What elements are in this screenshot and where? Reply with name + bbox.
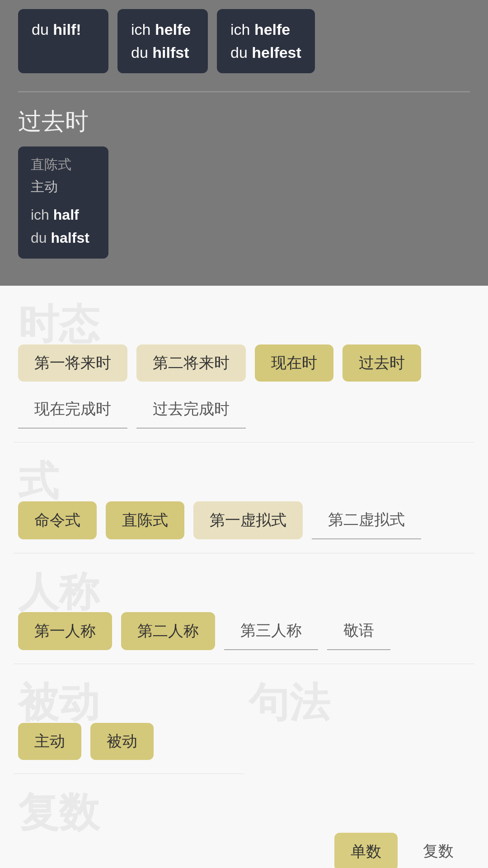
conj-card-2[interactable]: ich helfe du hilfst xyxy=(117,9,208,73)
conjugation-cards: du hilf! ich helfe du hilfst ich helfe d… xyxy=(18,9,470,73)
filter-panel: 时态 第一将来时 第二将来时 现在时 过去时 现在完成时 过去完成时 式 命令式… xyxy=(0,286,488,868)
voice-syntax-row: 被动 主动 被动 句法 xyxy=(14,664,474,774)
past-verb-2: halfst xyxy=(51,230,89,246)
conj-pronoun-1: du xyxy=(32,21,53,38)
past-pronoun-2: du xyxy=(31,230,51,246)
chip-future1[interactable]: 第一将来时 xyxy=(18,344,127,382)
chip-imperative[interactable]: 命令式 xyxy=(18,501,97,539)
chip-past[interactable]: 过去时 xyxy=(343,344,421,382)
chip-singular[interactable]: 单数 xyxy=(334,833,398,868)
conj-verb-2a: helfe xyxy=(155,21,191,38)
past-tense-title: 过去时 xyxy=(18,106,470,137)
past-verb-1: half xyxy=(53,207,79,223)
chip-first-person[interactable]: 第一人称 xyxy=(18,612,112,650)
conj-pronoun-2a: ich xyxy=(131,21,155,38)
mood-filter-section: 式 命令式 直陈式 第一虚拟式 第二虚拟式 xyxy=(14,443,474,553)
chip-plural[interactable]: 复数 xyxy=(407,833,470,868)
conj-card-1[interactable]: du hilf! xyxy=(18,9,108,73)
divider-1 xyxy=(18,91,470,92)
chip-active-voice[interactable]: 主动 xyxy=(18,723,81,760)
tense-chips: 第一将来时 第二将来时 现在时 过去时 现在完成时 过去完成时 xyxy=(14,335,474,433)
past-voice-label: 主动 xyxy=(31,178,96,196)
number-filter-section: 复数 单数 复数 xyxy=(14,774,474,868)
conj-verb-1: hilf! xyxy=(53,21,81,38)
conj-verb-3a: helfe xyxy=(254,21,290,38)
conj-verb-3b: helfest xyxy=(252,44,301,61)
conj-card-3[interactable]: ich helfe du helfest xyxy=(217,9,315,73)
chip-subjunctive2[interactable]: 第二虚拟式 xyxy=(312,501,421,539)
past-mood-label: 直陈式 xyxy=(31,156,96,174)
chip-past-perfect[interactable]: 过去完成时 xyxy=(136,391,246,429)
chip-third-person[interactable]: 第三人称 xyxy=(224,612,318,650)
syntax-filter-section: 句法 xyxy=(244,664,474,774)
person-filter-section: 人称 第一人称 第二人称 第三人称 敬语 xyxy=(14,553,474,664)
chip-present[interactable]: 现在时 xyxy=(255,344,333,382)
past-verb-line-1: ich half xyxy=(31,203,96,226)
conj-pronoun-3b: du xyxy=(230,44,252,61)
chip-indicative[interactable]: 直陈式 xyxy=(106,501,184,539)
chip-present-perfect[interactable]: 现在完成时 xyxy=(18,391,127,429)
conj-pronoun-3a: ich xyxy=(230,21,254,38)
chip-future2[interactable]: 第二将来时 xyxy=(136,344,246,382)
past-verb-line-2: du halfst xyxy=(31,226,96,250)
past-block[interactable]: 直陈式 主动 ich half du halfst xyxy=(18,146,108,259)
mood-chips: 命令式 直陈式 第一虚拟式 第二虚拟式 xyxy=(14,492,474,544)
tense-filter-section: 时态 第一将来时 第二将来时 现在时 过去时 现在完成时 过去完成时 xyxy=(14,286,474,443)
voice-filter-section: 被动 主动 被动 xyxy=(14,664,244,774)
chip-polite[interactable]: 敬语 xyxy=(327,612,390,650)
chip-subjunctive1[interactable]: 第一虚拟式 xyxy=(193,501,303,539)
past-pronoun-1: ich xyxy=(31,207,53,223)
conj-verb-2b: hilfst xyxy=(152,44,189,61)
chip-passive-voice[interactable]: 被动 xyxy=(90,723,154,760)
conj-pronoun-2b: du xyxy=(131,44,152,61)
chip-second-person[interactable]: 第二人称 xyxy=(121,612,215,650)
top-section: du hilf! ich helfe du hilfst ich helfe d… xyxy=(0,0,488,286)
